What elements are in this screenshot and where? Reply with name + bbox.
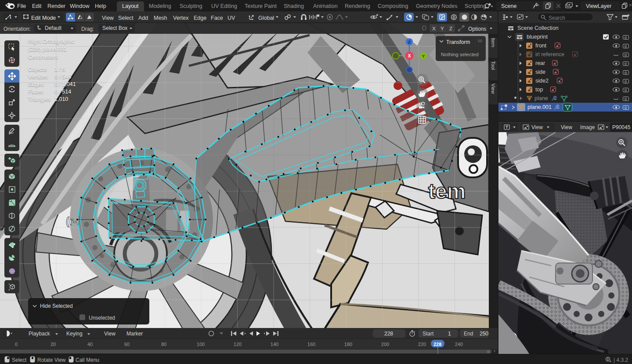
svg-text:Y: Y xyxy=(422,54,425,58)
svg-text:Z: Z xyxy=(408,40,411,44)
svg-text:X: X xyxy=(408,54,411,58)
